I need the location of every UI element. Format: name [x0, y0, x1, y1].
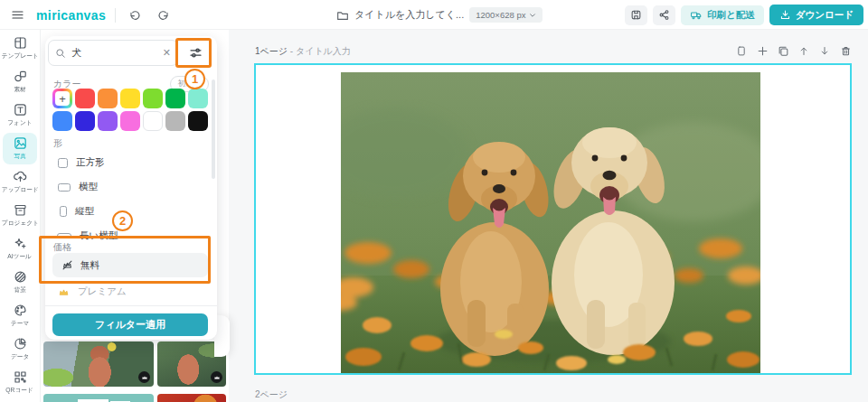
- panel-scrollbar[interactable]: [212, 79, 215, 179]
- photo-result-thumbnail[interactable]: [43, 341, 154, 387]
- shape-option-landscape[interactable]: 横型: [58, 178, 98, 196]
- undo-icon[interactable]: [125, 5, 145, 25]
- sidebar-item-elements[interactable]: 素材: [1, 65, 39, 98]
- sparkle-icon: [14, 237, 27, 250]
- page-2-label: 2ページ: [255, 388, 288, 401]
- save-button[interactable]: [625, 5, 647, 25]
- apply-filter-button[interactable]: フィルター適用: [52, 313, 208, 336]
- color-swatch[interactable]: [75, 89, 95, 108]
- upload-cloud-icon: [14, 170, 27, 183]
- design-canvas-page-1[interactable]: [254, 63, 852, 375]
- page-1-label: 1ページ: [255, 46, 288, 56]
- photo-result-thumbnail[interactable]: [43, 394, 154, 402]
- search-input[interactable]: 犬 ✕: [48, 40, 178, 66]
- crown-icon: [58, 286, 70, 298]
- price-option-premium[interactable]: プレミアム: [58, 285, 127, 298]
- redo-icon[interactable]: [154, 5, 174, 25]
- download-button[interactable]: ダウンロード: [769, 5, 863, 25]
- color-swatch[interactable]: [98, 89, 118, 108]
- puppies-photo[interactable]: [341, 72, 760, 373]
- annotation-step-2: 2: [112, 210, 133, 231]
- pie-chart-icon: [14, 337, 27, 351]
- background-icon: [14, 270, 27, 284]
- add-template-page-icon[interactable]: [734, 43, 749, 58]
- premium-crown-badge: [138, 371, 150, 383]
- annotation-box-free: [39, 236, 211, 284]
- color-swatch[interactable]: [188, 89, 208, 108]
- folder-icon: [336, 9, 349, 22]
- sidebar-item-projects[interactable]: プロジェクト: [1, 199, 39, 232]
- sidebar-item-uploads[interactable]: アップロード: [1, 165, 39, 199]
- photo-icon: [14, 136, 27, 150]
- sidebar-item-fonts[interactable]: フォント: [1, 98, 39, 132]
- color-swatch[interactable]: [120, 89, 140, 108]
- right-puppy: [547, 127, 675, 355]
- page-size-selector[interactable]: 1200×628 px: [469, 7, 542, 23]
- left-puppy: [440, 142, 553, 356]
- clear-search-icon[interactable]: ✕: [163, 47, 171, 59]
- truck-icon: [690, 9, 703, 21]
- add-page-icon[interactable]: [755, 43, 769, 58]
- color-swatch[interactable]: [143, 111, 163, 131]
- sidebar-item-background[interactable]: 背景: [1, 266, 39, 299]
- color-swatch[interactable]: [188, 111, 208, 131]
- text-icon: [14, 103, 27, 117]
- print-ship-button[interactable]: 印刷と配送: [681, 5, 764, 25]
- left-sidebar: テンプレート 素材 フォント 写真 アップロード プロジェクト AIツール 背景…: [0, 30, 41, 402]
- download-icon: [779, 9, 791, 21]
- duplicate-page-icon[interactable]: [776, 43, 790, 58]
- search-icon: [55, 48, 66, 59]
- palette-icon: [14, 304, 27, 317]
- color-swatch[interactable]: [52, 111, 72, 131]
- move-page-up-icon[interactable]: [797, 43, 811, 58]
- archive-box-icon: [14, 203, 27, 217]
- qr-icon: [14, 370, 27, 384]
- save-icon: [630, 9, 642, 21]
- template-icon: [14, 36, 27, 50]
- delete-page-icon[interactable]: [838, 43, 853, 58]
- color-swatch[interactable]: [143, 89, 163, 108]
- divider: [45, 305, 217, 306]
- shape-option-portrait[interactable]: 縦型: [58, 202, 94, 220]
- document-title-input[interactable]: タイトルを入力してく...: [354, 8, 464, 22]
- app-logo[interactable]: miricanvas: [36, 8, 106, 23]
- top-bar: miricanvas タイトルを入力してく... 1200×628 px: [0, 0, 868, 30]
- miricanvas-editor: miricanvas タイトルを入力してく... 1200×628 px: [0, 0, 868, 402]
- chevron-down-icon: [529, 12, 536, 19]
- search-value: 犬: [71, 46, 157, 60]
- color-swatches: [52, 89, 212, 131]
- move-page-down-icon[interactable]: [817, 43, 832, 58]
- premium-crown-badge: [211, 371, 222, 383]
- shape-option-square[interactable]: 正方形: [58, 154, 105, 172]
- color-swatch[interactable]: [120, 111, 140, 131]
- color-swatch[interactable]: [75, 111, 95, 131]
- annotation-step-1: 1: [184, 69, 205, 89]
- page-toolbar: [734, 43, 853, 58]
- photo-result-thumbnail[interactable]: [157, 394, 226, 402]
- shapes-icon: [14, 70, 27, 83]
- sidebar-item-templates[interactable]: テンプレート: [1, 32, 39, 65]
- share-icon: [658, 9, 670, 21]
- canvas-workspace: 1ページ - タイトル入力: [229, 30, 868, 402]
- sidebar-item-theme[interactable]: テーマ: [1, 299, 39, 332]
- color-swatch[interactable]: [165, 111, 185, 131]
- divider: [115, 8, 116, 23]
- sidebar-item-photos[interactable]: 写真: [1, 132, 39, 165]
- page-1-title[interactable]: - タイトル入力: [288, 46, 351, 56]
- sidebar-item-qr-code[interactable]: QRコード: [1, 366, 39, 399]
- page-1-header: 1ページ - タイトル入力: [255, 45, 351, 58]
- sidebar-item-data[interactable]: データ: [1, 332, 39, 366]
- color-swatch[interactable]: [98, 111, 118, 131]
- shape-section-label: 形: [53, 137, 62, 150]
- landscape-shape-icon: [58, 183, 71, 192]
- menu-icon[interactable]: [7, 5, 27, 25]
- annotation-box-filter: [175, 38, 212, 68]
- color-swatch[interactable]: [165, 89, 185, 108]
- square-shape-icon: [58, 158, 68, 168]
- portrait-shape-icon: [60, 206, 67, 217]
- custom-color-picker[interactable]: [52, 89, 72, 108]
- share-button[interactable]: [653, 5, 675, 25]
- sidebar-item-ai-tools[interactable]: AIツール: [1, 232, 39, 266]
